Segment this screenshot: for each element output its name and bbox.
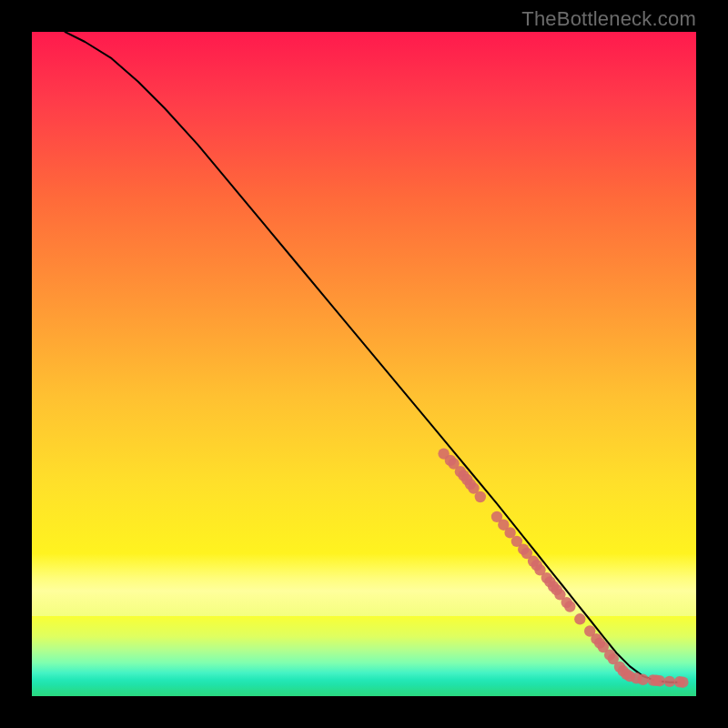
data-point <box>564 601 575 612</box>
bottleneck-curve <box>66 32 680 682</box>
data-point <box>664 676 675 687</box>
data-point <box>637 674 648 685</box>
data-point <box>654 675 665 686</box>
chart-frame: TheBottleneck.com <box>0 0 728 728</box>
data-point <box>574 613 585 624</box>
data-point <box>475 491 486 502</box>
data-markers <box>438 448 688 688</box>
watermark-text: TheBottleneck.com <box>521 7 696 31</box>
data-point <box>677 677 688 688</box>
chart-svg <box>32 32 696 696</box>
plot-area <box>32 32 696 696</box>
